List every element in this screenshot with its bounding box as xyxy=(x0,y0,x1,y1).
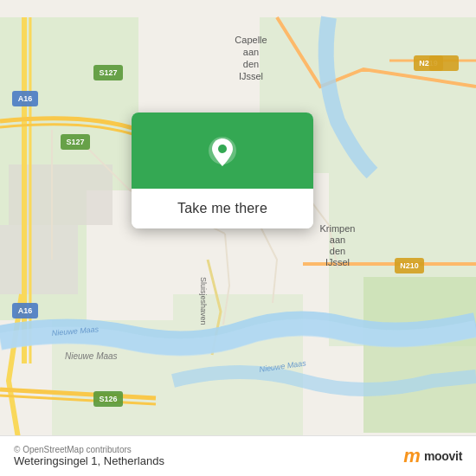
svg-point-38 xyxy=(218,145,227,153)
svg-text:A16: A16 xyxy=(18,306,33,315)
svg-text:Capelle: Capelle xyxy=(235,35,267,45)
svg-text:S127: S127 xyxy=(66,138,84,146)
svg-text:aan: aan xyxy=(243,47,259,57)
svg-text:Nieuwe Maas: Nieuwe Maas xyxy=(65,351,118,361)
popup-header xyxy=(132,113,313,189)
svg-text:den: den xyxy=(243,59,259,69)
svg-text:N210: N210 xyxy=(400,261,419,270)
address-label: Weteringsingel 1, Netherlands xyxy=(14,454,164,467)
svg-rect-5 xyxy=(363,277,476,433)
svg-text:S127: S127 xyxy=(99,68,117,77)
svg-rect-8 xyxy=(0,225,78,294)
svg-rect-22 xyxy=(429,55,459,71)
moovit-logo: m moovit xyxy=(403,445,462,467)
svg-text:S126: S126 xyxy=(99,395,117,403)
svg-text:den: den xyxy=(330,246,345,256)
moovit-wordmark: moovit xyxy=(424,449,462,463)
location-popup: Take me there xyxy=(132,113,313,228)
svg-text:IJssel: IJssel xyxy=(325,257,350,267)
moovit-m-letter: m xyxy=(403,445,421,467)
svg-text:A16: A16 xyxy=(18,94,33,103)
osm-attribution: © OpenStreetMap contributors xyxy=(14,445,164,454)
svg-text:Sluisjeshaven: Sluisjeshaven xyxy=(199,277,208,325)
svg-text:aan: aan xyxy=(330,235,345,245)
map-container: A16 A16 S127 S127 N219 N210 S126 Capelle… xyxy=(0,0,476,476)
take-me-there-button[interactable]: Take me there xyxy=(132,189,313,228)
location-pin-icon xyxy=(203,133,241,171)
svg-text:Krimpen: Krimpen xyxy=(320,223,356,234)
svg-text:IJssel: IJssel xyxy=(239,71,263,81)
bottom-info: © OpenStreetMap contributors Weteringsin… xyxy=(14,445,164,467)
bottom-bar: © OpenStreetMap contributors Weteringsin… xyxy=(0,435,476,476)
